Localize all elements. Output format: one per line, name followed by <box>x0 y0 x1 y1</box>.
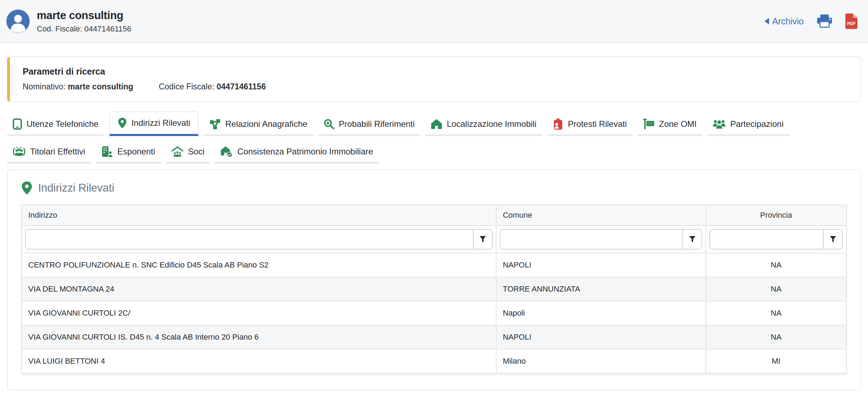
table-row[interactable]: VIA GIOVANNI CURTOLI 2C/ Napoli NA <box>22 301 846 325</box>
house-icon <box>431 119 442 129</box>
filter-funnel-icon[interactable] <box>823 230 842 249</box>
tab-label: Probabili Riferimenti <box>339 119 415 129</box>
fiscal-code-subtitle: Cod. Fiscale: 04471461156 <box>37 24 131 34</box>
map-pin-icon <box>21 181 33 195</box>
back-triangle-icon <box>764 18 769 24</box>
company-avatar-icon <box>6 10 30 33</box>
mobile-phone-icon <box>13 118 22 130</box>
tab-label: Protesti Rilevati <box>568 119 627 129</box>
id-badge-icon <box>553 118 563 130</box>
column-header-provincia[interactable]: Provincia <box>706 205 846 225</box>
filter-input-provincia[interactable] <box>710 230 823 249</box>
cell-comune: Milano <box>496 349 706 373</box>
share-nodes-icon <box>209 118 221 130</box>
nominativo-pair: Nominativo: marte consulting <box>23 82 133 92</box>
table-row[interactable]: VIA GIOVANNI CURTOLI IS. D45 n. 4 Scala … <box>22 325 846 349</box>
table-row[interactable]: CENTRO POLIFUNZIONALE n. SNC Edificio D4… <box>22 253 846 277</box>
cell-provincia: MI <box>706 349 846 373</box>
cell-comune: Napoli <box>496 301 706 325</box>
top-header: marte consulting Cod. Fiscale: 044714611… <box>0 0 868 43</box>
codice-fiscale-value: 04471461156 <box>217 82 266 91</box>
house-check-icon <box>221 146 233 157</box>
filter-funnel-icon[interactable] <box>682 230 702 249</box>
map-pin-icon <box>118 117 127 129</box>
table-row[interactable]: VIA LUIGI BETTONI 4 Milano MI <box>22 349 846 373</box>
page-title: marte consulting <box>37 9 131 22</box>
tab-label: Consistenza Patrimonio Immobiliare <box>237 147 373 157</box>
tab-relazioni-anagrafiche[interactable]: Relazioni Anagrafiche <box>204 113 313 136</box>
filter-funnel-icon[interactable] <box>473 230 492 249</box>
tab-bar: Utenze Telefoniche Indirizzi Rilevati Re… <box>7 111 861 164</box>
people-rays-icon <box>13 146 25 157</box>
filter-box-indirizzo <box>25 229 493 250</box>
filter-input-comune[interactable] <box>500 230 682 249</box>
table-filter-row <box>22 225 846 253</box>
tab-soci[interactable]: Soci <box>166 141 210 164</box>
cell-comune: TORRE ANNUNZIATA <box>496 277 706 301</box>
tab-indirizzi-rilevati[interactable]: Indirizzi Rilevati <box>109 111 199 136</box>
cell-provincia: NA <box>706 301 846 325</box>
tab-partecipazioni[interactable]: Partecipazioni <box>707 113 789 136</box>
tab-label: Zone OMI <box>659 119 697 129</box>
addresses-table: Indirizzo Comune Provincia <box>21 205 847 374</box>
cell-provincia: NA <box>706 277 846 301</box>
filter-input-indirizzo[interactable] <box>26 230 473 249</box>
cell-indirizzo: CENTRO POLIFUNZIONALE n. SNC Edificio D4… <box>22 253 496 277</box>
tab-probabili-riferimenti[interactable]: Probabili Riferimenti <box>318 113 421 136</box>
tab-label: Relazioni Anagrafiche <box>225 119 307 129</box>
indirizzi-rilevati-panel: Indirizzi Rilevati Indirizzo Comune Prov… <box>7 169 861 391</box>
cell-indirizzo: VIA GIOVANNI CURTOLI IS. D45 n. 4 Scala … <box>22 325 496 349</box>
tab-consistenza-patrimonio-immobiliare[interactable]: Consistenza Patrimonio Immobiliare <box>215 141 379 164</box>
cell-comune: NAPOLI <box>496 253 706 277</box>
magnifier-icon <box>324 119 334 129</box>
filter-box-comune <box>500 229 702 250</box>
tab-label: Indirizzi Rilevati <box>131 118 190 128</box>
nominativo-label: Nominativo: <box>23 82 65 91</box>
roof-people-icon <box>171 146 183 157</box>
tab-label: Utenze Telefoniche <box>27 119 99 129</box>
column-header-indirizzo[interactable]: Indirizzo <box>22 205 496 225</box>
tab-localizzazione-immobili[interactable]: Localizzazione Immobili <box>425 113 542 136</box>
tab-titolari-effettivi[interactable]: Titolari Effettivi <box>7 141 91 164</box>
cell-comune: NAPOLI <box>496 325 706 349</box>
column-header-comune[interactable]: Comune <box>496 205 706 225</box>
search-params-title: Parametri di ricerca <box>23 66 848 77</box>
building-user-icon <box>101 146 113 157</box>
tab-row-1: Utenze Telefoniche Indirizzi Rilevati Re… <box>7 111 861 136</box>
flag-sign-icon <box>643 118 655 130</box>
table-header-row: Indirizzo Comune Provincia <box>22 205 846 225</box>
cell-indirizzo: VIA LUIGI BETTONI 4 <box>22 349 496 373</box>
tab-esponenti[interactable]: Esponenti <box>96 141 161 164</box>
panel-title: Indirizzi Rilevati <box>38 182 114 194</box>
print-icon[interactable] <box>817 14 832 28</box>
tab-label: Esponenti <box>117 147 155 157</box>
codice-fiscale-pair: Codice Fiscale: 04471461156 <box>159 82 266 92</box>
tab-label: Titolari Effettivi <box>30 147 85 157</box>
search-params-card: Parametri di ricerca Nominativo: marte c… <box>7 57 861 102</box>
pdf-export-icon[interactable]: PDF <box>845 13 857 29</box>
cell-indirizzo: VIA GIOVANNI CURTOLI 2C/ <box>22 301 496 325</box>
archivio-label: Archivio <box>772 16 804 27</box>
tab-protesti-rilevati[interactable]: Protesti Rilevati <box>547 113 633 136</box>
users-group-icon <box>713 119 726 129</box>
tab-label: Partecipazioni <box>730 119 784 129</box>
tab-label: Soci <box>188 147 205 157</box>
cell-provincia: NA <box>706 253 846 277</box>
cell-provincia: NA <box>706 325 846 349</box>
table-row[interactable]: VIA DEL MONTAGNA 24 TORRE ANNUNZIATA NA <box>22 277 846 301</box>
archivio-link[interactable]: Archivio <box>764 16 804 27</box>
filter-box-provincia <box>709 229 843 250</box>
tab-zone-omi[interactable]: Zone OMI <box>638 113 703 136</box>
cell-indirizzo: VIA DEL MONTAGNA 24 <box>22 277 496 301</box>
panel-heading: Indirizzi Rilevati <box>21 181 847 195</box>
tab-row-2: Titolari Effettivi Esponenti <box>7 141 861 164</box>
tab-label: Localizzazione Immobili <box>447 119 536 129</box>
nominativo-value: marte consulting <box>68 82 133 91</box>
svg-text:PDF: PDF <box>847 21 856 26</box>
tab-utenze-telefoniche[interactable]: Utenze Telefoniche <box>7 113 104 136</box>
codice-fiscale-label: Codice Fiscale: <box>159 82 214 91</box>
